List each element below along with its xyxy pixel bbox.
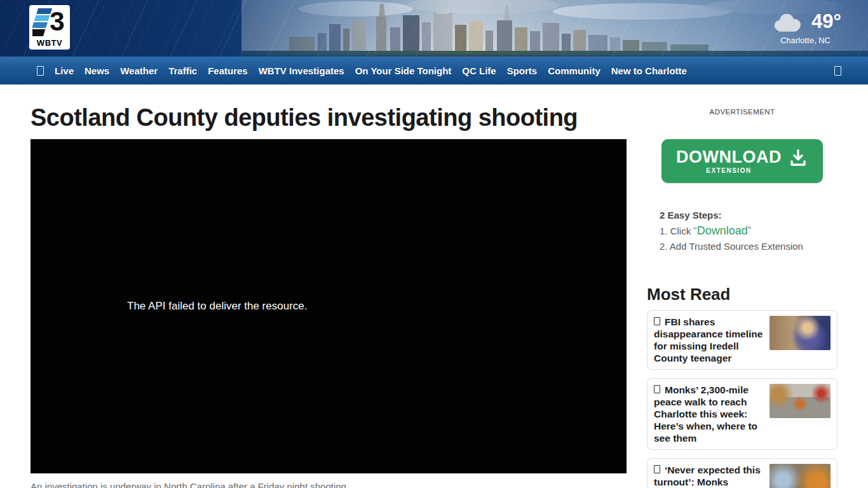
wbtv-logo[interactable]: 3 WBTV [29,5,70,50]
close-quote: ” [748,226,751,236]
ad-download-link[interactable]: Download [697,224,748,237]
video-badge-icon [654,465,660,473]
most-read-headline: ‘Never expected this turnout’: Monks gra… [654,464,761,488]
right-rail: ADVERTISEMENT DOWNLOAD EXTENSION 2 Easy … [647,108,837,488]
ad-step-2: 2. Add Trusted Sources Extension [660,240,837,253]
header-streaks [0,0,868,57]
most-read-headline: Monks’ 2,300-mile peace walk to reach Ch… [654,384,757,444]
cloud-icon [770,10,805,33]
download-icon [788,147,808,168]
most-read-section: Most Read FBI shares disappearance timel… [647,285,837,488]
video-player[interactable]: The API failed to deliver the resource. [31,139,627,473]
main-nav: Live News Weather Traffic Features WBTV … [0,57,868,85]
most-read-item-2[interactable]: Monks’ 2,300-mile peace walk to reach Ch… [647,378,837,450]
most-read-item-1[interactable]: FBI shares disappearance timeline for mi… [647,310,837,370]
weather-location: Charlotte, NC [780,36,831,45]
ad-step-1: 1. Click “Download” [660,224,837,238]
ad-steps-title: 2 Easy Steps: [660,210,837,220]
download-extension-button[interactable]: DOWNLOAD EXTENSION [661,139,823,183]
download-button-title: DOWNLOAD [676,149,782,166]
article-thumbnail [770,316,831,350]
nav-item-news[interactable]: News [85,65,109,76]
logo-station-name: WBTV [29,38,70,48]
nav-item-community[interactable]: Community [548,65,600,76]
article-thumbnail [770,464,831,488]
nav-item-qc-life[interactable]: QC Life [462,65,496,76]
article-thumbnail [770,384,831,418]
nav-item-traffic[interactable]: Traffic [168,65,197,76]
most-read-headline: FBI shares disappearance timeline for mi… [654,316,763,363]
weather-widget[interactable]: 49° Charlotte, NC [770,10,841,45]
most-read-title: Most Read [647,285,837,304]
temperature: 49° [811,10,841,33]
nav-item-weather[interactable]: Weather [120,65,158,76]
most-read-item-3[interactable]: ‘Never expected this turnout’: Monks gra… [647,458,837,488]
advertisement-label: ADVERTISEMENT [647,108,837,116]
video-caption: An investigation is underway in North Ca… [31,481,627,488]
search-icon[interactable] [834,66,841,76]
nav-item-features[interactable]: Features [208,65,248,76]
nav-item-live[interactable]: Live [55,65,74,76]
download-button-subtitle: EXTENSION [706,167,751,174]
site-header: 3 WBTV 49° Charlotte, NC [0,0,868,57]
nav-item-on-your-side-tonight[interactable]: On Your Side Tonight [355,65,452,76]
nav-item-wbtv-investigates[interactable]: WBTV Investigates [259,65,344,76]
article-title: Scotland County deputies investigating s… [31,104,627,132]
ad-step-1-text: 1. Click [660,226,693,236]
article-main: Scotland County deputies investigating s… [31,104,627,488]
video-error-message: The API failed to deliver the resource. [127,300,308,313]
video-badge-icon [654,385,660,393]
video-badge-icon [654,317,660,325]
ad-steps: 2 Easy Steps: 1. Click “Download” 2. Add… [647,210,837,253]
nav-item-new-to-charlotte[interactable]: New to Charlotte [611,65,687,76]
logo-mark: 3 [32,8,67,36]
menu-icon[interactable] [37,66,44,76]
nav-item-sports[interactable]: Sports [507,65,538,76]
